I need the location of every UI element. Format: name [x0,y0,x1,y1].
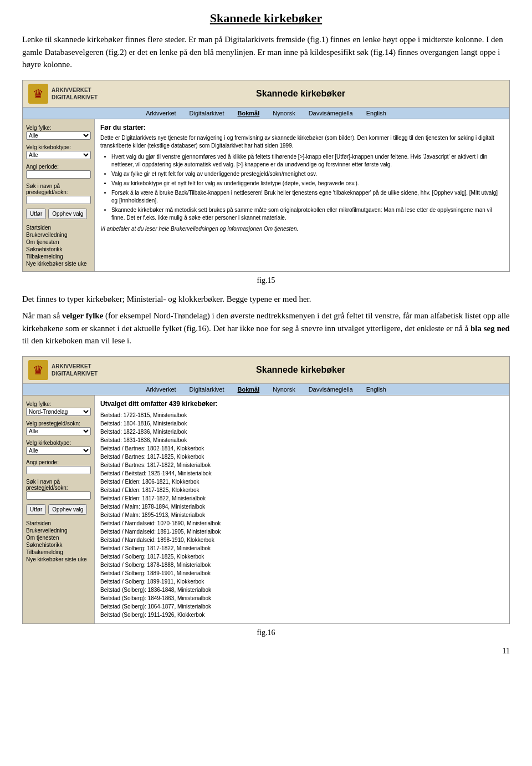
list-item[interactable]: Beitstad (Solberg): 1836-1848, Ministeri… [100,586,504,594]
fig16-list-content: Utvalget ditt omfatter 439 kirkebøker: B… [95,395,509,623]
fig15-sidebar-links: Startsiden Brukerveiledning Om tjenesten… [26,225,91,267]
fig16-title-area: Skannede kirkebøker [98,365,504,375]
intro-paragraph: Lenke til skannede kirkebøker finnes fle… [22,33,510,71]
fig15-header: ♛ ARKIVVERKET DIGITALARKIVET Skannede ki… [23,80,509,108]
fig15-utfor-button[interactable]: Utfør [26,209,46,219]
fig15-title-area: Skannede kirkebøker [98,89,504,99]
fig15-nav-nynorsk[interactable]: Nynorsk [273,110,295,116]
list-item[interactable]: Beitstad / Elden: 1817-1822, Ministerial… [100,494,504,503]
fig16-nav-digitalarkivet[interactable]: Digitalarkivet [190,386,224,393]
fig16-sidebar-links: Startsiden Brukerveiledning Om tjenesten… [26,520,91,562]
fig16-header: ♛ ARKIVVERKET DIGITALARKIVET Skannede ki… [23,357,509,384]
fig16-link-startsiden[interactable]: Startsiden [26,520,91,526]
list-item[interactable]: Beitstad / Solberg: 1878-1888, Ministeri… [100,561,504,569]
fig15-title: Skannede kirkebøker [98,89,504,99]
list-item[interactable]: Beitstad / Solberg: 1899-1911, Klokkerbo… [100,577,504,586]
fig15-bullet-4: Skannede kirkebøker må metodisk sett bru… [111,206,504,222]
fig15-kirkeboktype-select[interactable]: Alle [26,151,91,159]
list-item[interactable]: Beitstad: 1822-1836, Ministerialbok [100,428,504,436]
svg-text:♛: ♛ [33,363,44,377]
list-item[interactable]: Beitstad / Namdalseid: 1898-1910, Klokke… [100,536,504,544]
fig16-nav-arkivverket[interactable]: Arkivverket [146,386,176,393]
list-item[interactable]: Beitstad / Bartnes: 1817-1822, Ministeri… [100,461,504,469]
list-item[interactable]: Beitstad / Bartnes: 1802-1814, Klokkerbo… [100,444,504,453]
fig15-bullets: Hvert valg du gjør til venstre gjennomfø… [100,153,504,222]
fig15-kirkeboktype-label: Velg kirkeboktype: [26,144,91,150]
fig15-recommendation: Vi anbefaler at du leser hele Brukerveil… [100,225,504,233]
fig16-sok-input[interactable] [26,491,91,500]
list-item[interactable]: Beitstad / Malm: 1895-1913, Ministerialb… [100,511,504,519]
fig16-nav-bokmal[interactable]: Bokmål [238,386,260,393]
fig16-nav-english[interactable]: English [366,386,386,393]
fig15-logo-text: ARKIVVERKET DIGITALARKIVET [52,87,98,101]
fig16-fylke-label: Velg fylke: [26,401,91,407]
list-item[interactable]: Beitstad / Beitstad: 1925-1944, Minister… [100,469,504,478]
fig16-opphev-button[interactable]: Opphev valg [48,504,87,515]
list-item[interactable]: Beitstad / Namdalseid: 1891-1905, Minist… [100,527,504,536]
fig15-nav-arkivverket[interactable]: Arkivverket [146,110,176,116]
list-item[interactable]: Beitstad / Namdalseid: 1070-1890, Minist… [100,519,504,527]
fig15-link-nye[interactable]: Nye kirkebøker siste uke [26,261,91,267]
fig15-nav-davvi[interactable]: Davvisámegiella [309,110,353,116]
fig16-crest-icon: ♛ [28,360,48,380]
fig15-main: Før du starter: Dette er Digitalarkivets… [95,119,509,271]
list-item[interactable]: Beitstad / Solberg: 1889-1901, Ministeri… [100,569,504,577]
fig16-nav-nynorsk[interactable]: Nynorsk [273,386,295,393]
velger-fylke-paragraph: Når man så velger fylke (for eksempel No… [22,310,510,347]
list-item[interactable]: Beitstad / Elden: 1817-1825, Klokkerbok [100,486,504,494]
bla-seg-ned-bold: bla seg ned [470,324,510,333]
list-item[interactable]: Beitstad / Elden: 1806-1821, Klokkerbok [100,478,504,486]
fig16-link-nye[interactable]: Nye kirkebøker siste uke [26,556,91,562]
fig16-nav-davvi[interactable]: Davvisámegiella [309,386,353,393]
fig16-logo-text: ARKIVVERKET DIGITALARKIVET [52,363,98,377]
fig16-kirkeboktype-select[interactable]: Alle [26,447,91,455]
fig15-link-om[interactable]: Om tjenesten [26,239,91,245]
fig15-nav-bokmal[interactable]: Bokmål [238,110,260,116]
fig15-link-tilbakemelding[interactable]: Tilbakemelding [26,253,91,260]
fig16-screenshot: ♛ ARKIVVERKET DIGITALARKIVET Skannede ki… [22,356,510,624]
fig15-logo: ♛ ARKIVVERKET DIGITALARKIVET [28,84,98,104]
fig16-nav: Arkivverket Digitalarkivet Bokmål Nynors… [23,384,509,395]
svg-text:♛: ♛ [33,87,44,101]
arkivverket-crest-icon: ♛ [28,84,48,104]
fig15-periode-input[interactable] [26,170,91,179]
fig15-nav-digitalarkivet[interactable]: Digitalarkivet [190,110,224,116]
list-item[interactable]: Beitstad / Solberg: 1817-1825, Klokkerbo… [100,552,504,561]
list-item[interactable]: Beitstad: 1804-1816, Ministerialbok [100,419,504,428]
fig15-opphev-button[interactable]: Opphev valg [48,209,87,219]
fig15-intro-text: Dette er Digitalarkivets nye tjeneste fo… [100,134,504,150]
fig16-link-om[interactable]: Om tjenesten [26,535,91,541]
fig15-fylke-select[interactable]: Alle [26,131,91,140]
list-item[interactable]: Beitstad / Malm: 1878-1894, Ministerialb… [100,503,504,511]
list-item[interactable]: Beitstad / Bartnes: 1817-1825, Klokkerbo… [100,453,504,461]
page-title: Skannede kirkebøker [22,11,510,26]
fig15-nav-english[interactable]: English [366,110,386,116]
fig16-btn-row: Utfør Opphev valg [26,504,91,515]
list-item[interactable]: Beitstad (Solberg): 1864-1877, Ministeri… [100,602,504,611]
page-number: 11 [22,645,510,657]
fig15-link-brukerveiledning[interactable]: Brukerveiledning [26,232,91,238]
fig15-body: Velg fylke: Alle Velg kirkeboktype: Alle… [23,119,509,271]
fig15-sok-input[interactable] [26,196,91,204]
list-item[interactable]: Beitstad: 1722-1815, Ministerialbok [100,411,504,419]
fig15-fylke-label: Velg fylke: [26,125,91,131]
fig16-link-tilbakemelding[interactable]: Tilbakemelding [26,549,91,555]
fig16-logo: ♛ ARKIVVERKET DIGITALARKIVET [28,360,98,380]
fig16-periode-input[interactable] [26,466,91,474]
fig16-link-brukerveiledning[interactable]: Brukerveiledning [26,527,91,534]
list-item[interactable]: Beitstad / Solberg: 1817-1822, Ministeri… [100,544,504,552]
fig16-fylke-select[interactable]: Nord-Trøndelag [26,408,91,416]
fig16-utfor-button[interactable]: Utfør [26,504,46,515]
fig15-link-soknehistorikk[interactable]: Søknehistorikk [26,246,91,252]
list-item[interactable]: Beitstad: 1831-1836, Ministerialbok [100,436,504,444]
fig15-caption: fig.15 [22,276,510,285]
fig15-nav: Arkivverket Digitalarkivet Bokmål Nynors… [23,108,509,119]
fig15-periode-label: Angi periode: [26,164,91,170]
fig16-count-heading: Utvalget ditt omfatter 439 kirkebøker: [100,400,504,408]
fig15-link-startsiden[interactable]: Startsiden [26,225,91,231]
list-item[interactable]: Beitstad (Solberg): 1911-1926, Klokkerbo… [100,611,504,619]
fig16-link-soknehistorikk[interactable]: Søknehistorikk [26,542,91,548]
fig16-prestegjeld-select[interactable]: Alle [26,427,91,435]
velger-fylke-bold: velger fylke [62,311,103,320]
list-item[interactable]: Beitstad (Solberg): 1849-1863, Ministeri… [100,594,504,602]
